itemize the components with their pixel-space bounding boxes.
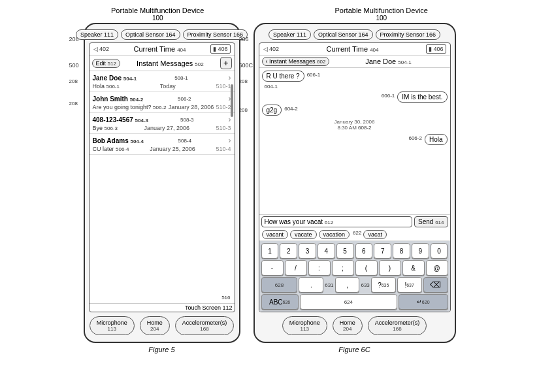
fig5-preview-2: Bye 506-3	[93, 125, 118, 131]
fig6c-anno-604-1: 604-1	[265, 84, 448, 90]
fig6c-send-btn[interactable]: Send 614	[414, 216, 448, 227]
fig5-sender-3: Bob Adams 504-4	[93, 137, 144, 144]
fig5-date-0: 508-1	[174, 75, 188, 81]
fig6c-anno-208a: 208	[239, 78, 248, 84]
fig6c-back-btn[interactable]: ‹ Instant Messages 602	[262, 57, 330, 66]
fig6c-anno-600c: 600C	[239, 62, 253, 69]
fig6c-current-time: Current Time 404	[327, 45, 379, 53]
fig5-edit-btn[interactable]: Edit 512	[92, 59, 120, 68]
fig6c-anno-206: 206	[239, 36, 249, 42]
fig5-msg-row-3[interactable]: Bob Adams 504-4 508-4 › CU later 506-4 J…	[90, 134, 235, 155]
fig6c-key-period[interactable]: .	[299, 277, 323, 293]
fig6c-auto-0[interactable]: vacant	[262, 230, 289, 239]
fig6c-key-return[interactable]: ↵620	[399, 294, 448, 310]
fig5-mic-btn[interactable]: Microphone 113	[90, 316, 135, 335]
fig5-signal: ◁ 402	[93, 46, 110, 52]
fig5-msg-row-1[interactable]: John Smith 504-2 508-2 › Are you going t…	[90, 92, 235, 113]
fig6c-key-3[interactable]: 3	[299, 243, 316, 259]
fig5-hw-buttons: Microphone 113 Home 204 Accelerometer(s)…	[90, 316, 235, 335]
fig6c-key-question[interactable]: ?635	[371, 277, 396, 293]
fig6c-bubble-ru-there: R U there ?	[262, 71, 304, 82]
fig6c-nav-bar: ‹ Instant Messages 602 Jane Doe 504-1	[259, 56, 450, 68]
fig6c-status-bar: ◁ 402 Current Time 404 ▮ 406	[259, 43, 450, 56]
fig6c-sensor-row: Speaker 111 Optical Sensor 164 Proximity…	[269, 29, 440, 40]
fig5-msg-row-2[interactable]: 408-123-4567 504-3 508-3 › Bye 506-3 Jan…	[90, 113, 235, 134]
fig5-nav-title: Instant Messages 502	[120, 59, 220, 67]
fig6c-key-comma[interactable]: ,	[335, 277, 360, 293]
fig6c-key-dash[interactable]: -	[261, 260, 284, 276]
fig6c-key-6[interactable]: 6	[355, 243, 373, 259]
fig6c-optical: Optical Sensor 164	[314, 29, 373, 40]
fig5-chevron-0: ›	[229, 73, 231, 82]
fig6c-text-field[interactable]: How was your vacat 612	[261, 216, 413, 227]
fig6c-auto-anno: 622	[353, 230, 361, 239]
fig6c-proximity: Proximity Sensor 166	[376, 29, 441, 40]
fig5-current-time: Current Time 404	[134, 45, 186, 53]
fig6c-anno-ru: 606-1	[307, 72, 320, 78]
fig6c-key-2[interactable]: 2	[280, 243, 297, 259]
fig5-preview-3: CU later 506-4	[93, 146, 129, 152]
fig6c-key-semi[interactable]: ;	[332, 260, 354, 276]
fig5-add-btn[interactable]: +	[220, 57, 232, 69]
fig5-chevron-3: ›	[229, 136, 231, 145]
fig6c-hw-buttons: Microphone 113 Home 204 Accelerometer(s)…	[282, 316, 427, 335]
fig6c-key-amp[interactable]: &	[402, 260, 425, 276]
fig5-scrollbar[interactable]	[231, 84, 233, 117]
fig6c-mic-btn[interactable]: Microphone 113	[282, 316, 327, 335]
fig5-home-btn[interactable]: Home 204	[140, 316, 170, 335]
fig6c-anno-208b: 208	[239, 107, 248, 113]
fig5-top-label: Portable Multifunction Device	[111, 7, 204, 14]
figure6c-container: 206 600C 208 208 Speaker 111 Optical Sen…	[253, 23, 456, 353]
fig5-date-text-3: January 25, 2006	[150, 146, 195, 152]
fig6c-signal: ◁ 402	[263, 46, 280, 52]
fig6c-autocomplete-row: vacant vacate vacation 622 vacat	[259, 229, 450, 241]
fig6c-key-colon[interactable]: :	[308, 260, 331, 276]
fig5-accel-btn[interactable]: Accelerometer(s) 168	[175, 316, 235, 335]
fig6c-battery: ▮ 406	[426, 44, 446, 54]
page-wrapper: Portable Multifunction Device 100 Portab…	[0, 0, 539, 392]
fig5-date-text-0: Today	[160, 83, 176, 90]
fig6c-speaker: Speaker 111	[269, 29, 311, 40]
fig5-scrollbar-anno: 516	[221, 295, 230, 301]
fig5-chevron-arrow-0: 510-1	[216, 83, 231, 90]
fig5-date-3: 508-4	[178, 138, 191, 144]
fig6c-key-8[interactable]: 8	[393, 243, 410, 259]
fig6c-bubble-hola: Hola	[425, 134, 448, 145]
fig6c-nav-title: Jane Doe 504-1	[329, 57, 447, 65]
fig6c-key-row-2: - / : ; ( ) & @	[261, 260, 448, 276]
fig6c-key-space[interactable]: 624	[300, 294, 397, 310]
fig6c-key-4[interactable]: 4	[318, 243, 335, 259]
fig6c-key-9[interactable]: 9	[412, 243, 429, 259]
fig6c-screen: ◁ 402 Current Time 404 ▮ 406 ‹ Instant M…	[259, 42, 451, 312]
fig6c-auto-3[interactable]: vacat	[363, 230, 387, 239]
fig5-sender-2: 408-123-4567 504-3	[93, 116, 149, 123]
fig6c-key-lparen[interactable]: (	[355, 260, 378, 276]
fig5-msg-row-0[interactable]: Jane Doe 504-1 508-1 › Hola 506-1 Today …	[90, 71, 235, 92]
fig6c-key-row-4: ABC626 624 ↵620	[261, 294, 448, 310]
fig6c-auto-1[interactable]: vacate	[290, 230, 317, 239]
fig5-nav-bar: Edit 512 Instant Messages 502 +	[90, 56, 235, 71]
fig6c-key-at[interactable]: @	[426, 260, 448, 276]
fig6c-key-abc[interactable]: ABC626	[261, 294, 299, 310]
fig6c-key-exclaim[interactable]: !637	[397, 277, 422, 293]
fig5-proximity: Proximity Sensor 166	[183, 29, 248, 40]
fig6c-key-rparen[interactable]: )	[379, 260, 401, 276]
fig5-date-text-1: January 28, 2006	[169, 104, 214, 110]
fig6c-top-label: Portable Multifunction Device	[335, 7, 428, 14]
fig6c-key-special-left[interactable]: 628	[261, 277, 298, 293]
fig6c-key-slash[interactable]: /	[285, 260, 307, 276]
fig6c-key-delete[interactable]: ⌫	[423, 277, 448, 293]
fig5-sender-0: Jane Doe 504-1	[93, 74, 137, 82]
fig6c-accel-btn[interactable]: Accelerometer(s) 168	[368, 316, 427, 335]
fig6c-chat-messages: R U there ? 606-1 604-1 606-1 IM is the …	[259, 68, 450, 214]
fig5-label: Figure 5	[148, 346, 174, 353]
fig6c-auto-2[interactable]: vacation	[319, 230, 350, 239]
fig6c-text-input-area: How was your vacat 612 Send 614	[259, 214, 450, 229]
fig6c-key-0[interactable]: 0	[431, 243, 448, 259]
fig5-battery: ▮ 406	[210, 44, 231, 54]
fig5-msg-list: Jane Doe 504-1 508-1 › Hola 506-1 Today …	[90, 71, 235, 303]
fig6c-key-7[interactable]: 7	[374, 243, 391, 259]
fig6c-home-btn[interactable]: Home 204	[333, 316, 363, 335]
fig6c-key-5[interactable]: 5	[336, 243, 354, 259]
fig6c-key-1[interactable]: 1	[261, 243, 279, 259]
